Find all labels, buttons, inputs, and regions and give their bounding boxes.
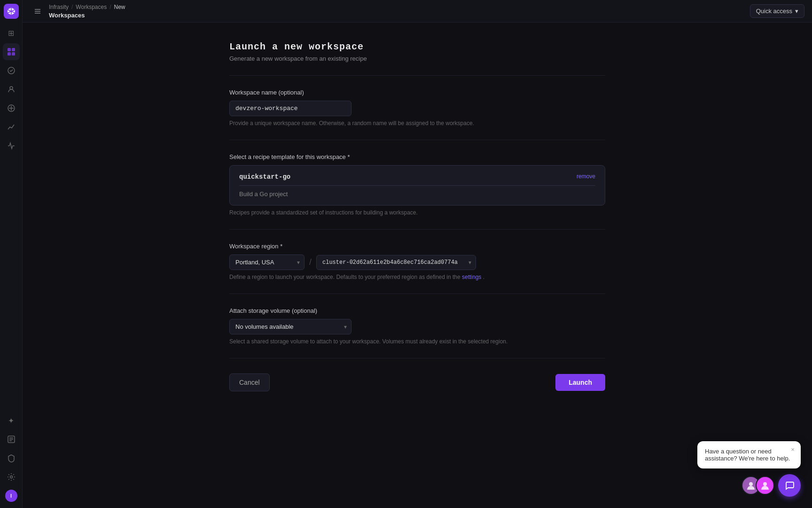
sidebar-item-plugins[interactable]: ✦: [3, 412, 20, 429]
divider-1: [229, 75, 605, 76]
breadcrumb-sep-1: /: [71, 4, 73, 10]
chat-avatars: [742, 476, 774, 495]
sidebar-item-security[interactable]: [3, 450, 20, 467]
cluster-select[interactable]: cluster-02d62a611e2b4a6c8ec716ca2ad0774a: [316, 255, 476, 270]
region-select[interactable]: Portland, USA US East EU West Asia Pacif…: [229, 254, 304, 270]
svg-point-13: [763, 482, 767, 486]
sidebar: ⊞ ✦: [0, 0, 23, 508]
storage-label: Attach storage volume (optional): [229, 307, 605, 314]
topbar-actions: Quick access ▾: [750, 4, 804, 18]
topbar: Infrasity / Workspaces / New Workspaces …: [23, 0, 812, 23]
action-row: Cancel Launch: [229, 373, 605, 391]
storage-select-wrapper: No volumes available ▾: [229, 319, 351, 334]
workspace-name-section: Workspace name (optional) Provide a uniq…: [229, 89, 605, 127]
recipe-hint: Recipes provide a standardized set of in…: [229, 209, 605, 216]
page-section-title: Workspaces: [49, 12, 125, 19]
svg-rect-0: [8, 48, 11, 51]
topbar-breadcrumb-area: Infrasity / Workspaces / New Workspaces: [49, 4, 125, 19]
menu-toggle-button[interactable]: [30, 4, 45, 19]
svg-point-8: [10, 476, 12, 478]
recipe-label: Select a recipe template for this worksp…: [229, 153, 605, 160]
divider-2: [229, 140, 605, 140]
quick-access-label: Quick access: [756, 8, 792, 15]
recipe-name: quickstart-go: [239, 173, 595, 186]
svg-rect-2: [8, 52, 11, 56]
region-row: Portland, USA US East EU West Asia Pacif…: [229, 254, 605, 270]
sidebar-item-pipelines[interactable]: [3, 62, 20, 79]
form-container: Launch a new workspace Generate a new wo…: [229, 41, 605, 391]
workspace-name-label: Workspace name (optional): [229, 89, 605, 96]
svg-point-12: [749, 482, 753, 486]
sidebar-item-workspaces[interactable]: [3, 43, 20, 60]
svg-point-5: [10, 87, 13, 89]
storage-section: Attach storage volume (optional) No volu…: [229, 307, 605, 345]
divider-3: [229, 229, 605, 230]
breadcrumb-workspaces[interactable]: Workspaces: [76, 4, 107, 10]
sidebar-item-integrations[interactable]: [3, 100, 20, 117]
sidebar-item-profile[interactable]: I: [3, 487, 20, 504]
divider-4: [229, 294, 605, 294]
quick-access-chevron-icon: ▾: [795, 8, 798, 15]
app-logo[interactable]: [4, 4, 19, 19]
workspace-name-hint: Provide a unique workspace name. Otherwi…: [229, 120, 605, 127]
sidebar-item-analytics[interactable]: [3, 119, 20, 135]
svg-rect-1: [12, 48, 15, 51]
chat-avatar-2: [756, 476, 774, 495]
cancel-button[interactable]: Cancel: [229, 373, 270, 391]
recipe-description: Build a Go project: [239, 190, 595, 198]
sidebar-item-dashboard[interactable]: ⊞: [3, 24, 20, 41]
breadcrumb-new: New: [114, 4, 125, 10]
chat-widget: × Have a question or need assistance? We…: [697, 441, 801, 497]
region-section: Workspace region * Portland, USA US East…: [229, 243, 605, 280]
svg-rect-3: [12, 52, 15, 56]
storage-hint: Select a shared storage volume to attach…: [229, 338, 605, 345]
chat-open-button[interactable]: [778, 474, 801, 497]
page-subtitle: Generate a new workspace from an existin…: [229, 55, 605, 62]
region-select-wrapper: Portland, USA US East EU West Asia Pacif…: [229, 254, 304, 270]
recipe-remove-button[interactable]: remove: [577, 173, 595, 180]
breadcrumb: Infrasity / Workspaces / New: [49, 4, 125, 10]
launch-button[interactable]: Launch: [555, 374, 605, 391]
workspace-name-input[interactable]: [229, 101, 351, 116]
cluster-select-wrapper: cluster-02d62a611e2b4a6c8ec716ca2ad0774a…: [316, 255, 476, 270]
storage-select[interactable]: No volumes available: [229, 319, 351, 334]
region-label: Workspace region *: [229, 243, 605, 250]
sidebar-item-settings[interactable]: [3, 468, 20, 485]
breadcrumb-sep-2: /: [109, 4, 111, 10]
region-separator: /: [309, 257, 312, 267]
chat-bubble-close-button[interactable]: ×: [789, 445, 797, 453]
region-hint: Define a region to launch your workspace…: [229, 274, 605, 280]
sidebar-item-activity[interactable]: [3, 137, 20, 154]
recipe-card: remove quickstart-go Build a Go project: [229, 165, 605, 206]
chat-bubble-text: Have a question or need assistance? We'r…: [705, 448, 790, 462]
sidebar-item-logs[interactable]: [3, 431, 20, 448]
recipe-section: Select a recipe template for this worksp…: [229, 153, 605, 216]
page-title: Launch a new workspace: [229, 41, 605, 52]
sidebar-item-users[interactable]: [3, 81, 20, 98]
divider-5: [229, 358, 605, 358]
quick-access-button[interactable]: Quick access ▾: [750, 4, 804, 18]
main-area: Infrasity / Workspaces / New Workspaces …: [23, 0, 812, 508]
chat-avatar-row: [697, 474, 801, 497]
main-content: Launch a new workspace Generate a new wo…: [23, 23, 812, 508]
breadcrumb-infrasity[interactable]: Infrasity: [49, 4, 69, 10]
chat-bubble: × Have a question or need assistance? We…: [697, 441, 801, 468]
settings-link[interactable]: settings: [462, 274, 481, 280]
